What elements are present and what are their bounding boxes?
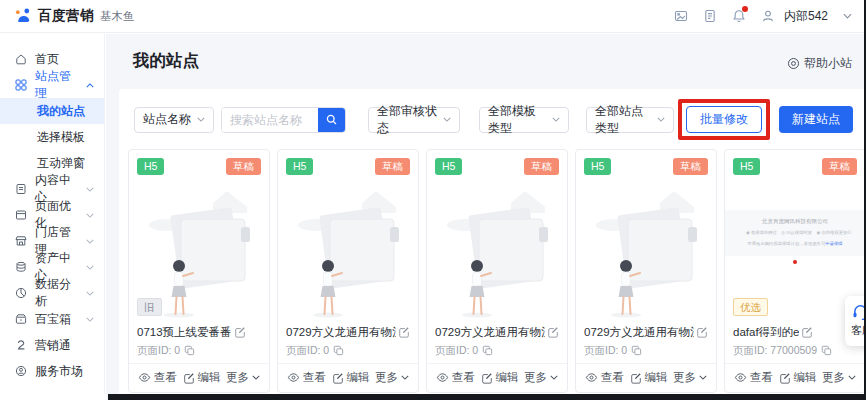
chevron-down-icon xyxy=(552,117,560,122)
sidebar-item-data-analysis[interactable]: 数据分析 xyxy=(0,280,104,306)
rename-icon[interactable] xyxy=(696,326,708,338)
copy-icon[interactable] xyxy=(482,345,493,356)
more-label: 更多 xyxy=(524,370,547,385)
chevron-down-icon xyxy=(86,187,94,192)
promo-badge: 优选 xyxy=(733,298,768,316)
card-info: dafaf得到的e 页面ID: 77000509 xyxy=(725,321,865,363)
rename-icon[interactable] xyxy=(801,326,813,338)
marketing-icon xyxy=(15,339,27,351)
copy-icon[interactable] xyxy=(821,345,832,356)
card-info: 0729方义龙通用有物流 页面ID: 0 xyxy=(427,321,567,363)
site-footer-preview: 北京百度网讯科技有限公司 ◉ 有保障先赔付 ◎ 已认保障时效 ◉ 自助维权更安心… xyxy=(725,210,865,256)
store-icon xyxy=(15,235,27,247)
sidebar-item-label: 百宝箱 xyxy=(35,311,71,328)
sidebar-item-choose-template[interactable]: 选择模板 xyxy=(0,124,104,150)
sidebar-item-marketing-tool[interactable]: 营销通 xyxy=(0,332,104,358)
edit-label: 编辑 xyxy=(794,370,817,385)
search-group xyxy=(221,107,346,133)
site-preview[interactable]: H5 草稿 xyxy=(576,150,716,321)
site-preview[interactable]: H5 草稿 xyxy=(427,150,567,321)
more-button[interactable]: 更多 xyxy=(375,370,409,385)
audit-status-select[interactable]: 全部审核状态 xyxy=(368,107,460,133)
search-input[interactable] xyxy=(222,108,318,132)
site-card: H5 草稿 xyxy=(575,149,717,393)
site-preview[interactable]: H5 草稿 北京百度网讯科技有限公司 ◉ 有保障先赔付 ◎ 已认保障时效 ◉ 自… xyxy=(725,150,865,321)
chevron-up-icon xyxy=(86,83,94,88)
card-footer: 查看 编辑 更多 xyxy=(725,363,865,392)
coins-icon xyxy=(15,261,27,273)
brand-subname: 基木鱼 xyxy=(100,9,135,24)
site-type-tag: H5 xyxy=(733,158,760,175)
view-label: 查看 xyxy=(452,370,475,385)
search-button[interactable] xyxy=(318,108,345,132)
card-info: 0729方义龙通用有物流 页面ID: 0 xyxy=(278,321,418,363)
bell-icon[interactable] xyxy=(732,9,746,23)
eye-icon xyxy=(585,371,598,384)
eye-icon xyxy=(138,371,151,384)
select-value: 站点名称 xyxy=(143,111,191,128)
sidebar-item-my-sites[interactable]: 我的站点 xyxy=(0,98,104,124)
new-site-button[interactable]: 新建站点 xyxy=(779,106,853,133)
view-label: 查看 xyxy=(303,370,326,385)
site-preview[interactable]: H5 草稿 旧 xyxy=(129,150,269,321)
more-button[interactable]: 更多 xyxy=(226,370,260,385)
copy-icon[interactable] xyxy=(184,345,195,356)
sidebar-item-service-market[interactable]: 服务市场 xyxy=(0,358,104,384)
sidebar-item-label: 首页 xyxy=(35,51,59,68)
main-area: 我的站点 帮助小站 站点名称 全部审核状态 xyxy=(106,34,866,400)
sidebar-item-label: 数据分析 xyxy=(35,276,78,310)
notification-dot xyxy=(742,6,748,12)
site-title: 0729方义龙通用有物流 xyxy=(584,325,694,340)
more-button[interactable]: 更多 xyxy=(673,370,707,385)
site-title: 0729方义龙通用有物流 xyxy=(435,325,545,340)
rename-icon[interactable] xyxy=(547,326,559,338)
rename-icon[interactable] xyxy=(398,326,410,338)
batch-edit-button[interactable]: 批量修改 xyxy=(686,106,762,133)
more-button[interactable]: 更多 xyxy=(822,370,856,385)
user-icon[interactable] xyxy=(761,9,775,23)
window-edge-bottom xyxy=(108,394,866,400)
edit-label: 编辑 xyxy=(645,370,668,385)
edit-button[interactable]: 编辑 xyxy=(481,370,519,385)
view-button[interactable]: 查看 xyxy=(287,370,326,385)
site-preview[interactable]: H5 草稿 xyxy=(278,150,418,321)
more-button[interactable]: 更多 xyxy=(524,370,558,385)
document-icon[interactable] xyxy=(703,9,717,23)
template-type-select[interactable]: 全部模板类型 xyxy=(479,107,569,133)
card-footer: 查看 编辑 更多 xyxy=(278,363,418,392)
red-dot-marker xyxy=(793,260,797,264)
sidebar-item-site-management[interactable]: 站点管理 xyxy=(0,72,104,98)
edit-button[interactable]: 编辑 xyxy=(779,370,817,385)
edit-button[interactable]: 编辑 xyxy=(630,370,668,385)
image-icon[interactable] xyxy=(674,9,688,23)
edit-button[interactable]: 编辑 xyxy=(332,370,370,385)
rename-icon[interactable] xyxy=(234,326,246,338)
eye-icon xyxy=(436,371,449,384)
help-label: 帮助小站 xyxy=(804,55,852,72)
edit-button[interactable]: 编辑 xyxy=(183,370,221,385)
page-id: 页面ID: 0 xyxy=(286,344,329,358)
site-type-tag: H5 xyxy=(584,158,611,175)
view-button[interactable]: 查看 xyxy=(585,370,624,385)
view-button[interactable]: 查看 xyxy=(734,370,773,385)
view-button[interactable]: 查看 xyxy=(436,370,475,385)
sidebar-item-label: 营销通 xyxy=(35,337,71,354)
site-card-list: H5 草稿 旧 xyxy=(128,149,866,393)
account-name[interactable]: 内部542 xyxy=(784,8,828,25)
edit-label: 编辑 xyxy=(347,370,370,385)
page-id: 页面ID: 0 xyxy=(435,344,478,358)
copy-icon[interactable] xyxy=(333,345,344,356)
customer-service-widget[interactable]: 客服 xyxy=(845,296,866,346)
help-link[interactable]: 帮助小站 xyxy=(787,55,852,72)
brand[interactable]: 百度营销 基木鱼 xyxy=(14,7,135,25)
chevron-down-icon[interactable] xyxy=(843,13,852,19)
site-status-tag: 草稿 xyxy=(524,158,559,175)
sidebar-item-label: 服务市场 xyxy=(35,363,83,380)
site-type-select[interactable]: 全部站点类型 xyxy=(586,107,674,133)
view-button[interactable]: 查看 xyxy=(138,370,177,385)
edit-label: 编辑 xyxy=(496,370,519,385)
sidebar-item-treasure-box[interactable]: 百宝箱 xyxy=(0,306,104,332)
edit-icon xyxy=(481,372,493,384)
copy-icon[interactable] xyxy=(631,345,642,356)
site-name-field-select[interactable]: 站点名称 xyxy=(134,107,214,133)
